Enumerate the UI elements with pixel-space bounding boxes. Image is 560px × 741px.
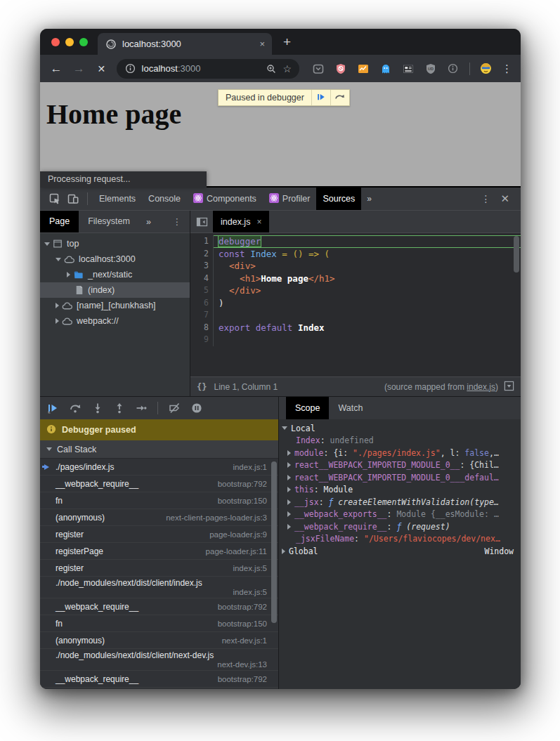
expander-right-icon[interactable] <box>287 462 291 468</box>
tree-item--name-chunkhash-[interactable]: [name]_[chunkhash] <box>40 298 190 313</box>
sidebar-menu-button[interactable]: ⋮ <box>173 216 190 227</box>
sidebar-tab-filesystem[interactable]: Filesystem <box>79 211 139 232</box>
line-number[interactable]: 5 <box>190 284 213 297</box>
code-line-8[interactable]: 8export default Index <box>190 322 521 334</box>
devtools-close-button[interactable]: ✕ <box>499 192 515 205</box>
stack-frame[interactable]: registerpage-loader.js:9 <box>40 526 278 543</box>
scope-variable[interactable]: __webpack_require__: ƒ (request) <box>279 520 521 533</box>
sidebar-tab-page[interactable]: Page <box>40 211 79 232</box>
code-line-2[interactable]: 2const Index = () => ( <box>190 248 521 261</box>
stack-frame[interactable]: ./pages/index.jsindex.js:1 <box>40 459 278 476</box>
back-button[interactable]: ← <box>48 62 64 76</box>
expander-right-icon[interactable] <box>287 524 291 530</box>
line-number[interactable]: 7 <box>190 309 213 322</box>
tab-close-icon[interactable]: × <box>259 39 265 49</box>
tab-watch[interactable]: Watch <box>329 397 372 419</box>
stop-button[interactable]: ✕ <box>93 63 109 74</box>
ud-shield-icon[interactable]: UD <box>424 63 436 74</box>
scope-section[interactable]: Local <box>279 422 521 435</box>
tree-item--next-static[interactable]: _next/static <box>40 267 190 282</box>
pocket-icon[interactable] <box>312 63 324 74</box>
tree-item-webpack-[interactable]: webpack:// <box>40 313 190 329</box>
pretty-print-icon[interactable]: {} <box>197 382 207 392</box>
code-line-4[interactable]: 4 <h1>Home page</h1> <box>190 273 521 285</box>
line-number[interactable]: 6 <box>190 297 213 310</box>
step-out-icon[interactable] <box>114 402 125 414</box>
overlay-resume-button[interactable] <box>311 90 330 105</box>
step-icon[interactable] <box>136 402 147 414</box>
info-circle-icon[interactable] <box>447 63 459 74</box>
expander-right-icon[interactable] <box>287 511 291 517</box>
tab-profiler[interactable]: Profiler <box>263 188 317 210</box>
scope-variable[interactable]: react__WEBPACK_IMPORTED_MODULE_0__: {Chi… <box>279 459 521 472</box>
resume-icon[interactable] <box>47 402 58 414</box>
callstack-header[interactable]: Call Stack <box>40 440 278 459</box>
chart-orange-icon[interactable] <box>357 63 369 74</box>
deactivate-breakpoints-icon[interactable] <box>169 402 181 414</box>
profile-avatar-icon[interactable] <box>480 63 492 74</box>
collapse-sidebar-icon[interactable] <box>190 216 213 228</box>
step-over-icon[interactable] <box>69 402 82 414</box>
code-line-1[interactable]: 1debugger <box>190 235 521 248</box>
line-number[interactable]: 2 <box>190 248 213 261</box>
forward-button[interactable]: → <box>71 62 86 76</box>
scope-variable[interactable]: _jsxFileName: "/Users/flaviocopes/dev/ne… <box>279 533 521 546</box>
zoom-icon[interactable] <box>266 63 278 74</box>
editor-scrollbar[interactable] <box>514 236 519 273</box>
code-line-5[interactable]: 5 </div> <box>190 284 521 297</box>
expander-right-icon[interactable] <box>67 272 70 277</box>
scope-variable[interactable]: this: Module <box>279 484 521 497</box>
stack-frame[interactable]: registerindex.js:5 <box>40 560 278 577</box>
tab-console[interactable]: Console <box>142 188 187 210</box>
scope-variable[interactable]: react__WEBPACK_IMPORTED_MODULE_0___defau… <box>279 471 521 484</box>
scope-section[interactable]: GlobalWindow <box>279 545 521 558</box>
browser-menu-button[interactable]: ⋮ <box>502 63 512 75</box>
expander-right-icon[interactable] <box>56 318 59 324</box>
bookmark-star-icon[interactable]: ☆ <box>283 63 292 74</box>
expander-right-icon[interactable] <box>287 475 291 480</box>
line-number[interactable]: 3 <box>190 260 213 273</box>
overlay-step-over-button[interactable] <box>330 90 349 105</box>
code-line-6[interactable]: 6) <box>190 297 521 310</box>
source-map-link[interactable]: index.js <box>467 382 495 392</box>
expander-right-icon[interactable] <box>287 450 291 456</box>
line-number[interactable]: 1 <box>190 235 213 248</box>
stack-frame[interactable]: (anonymous)next-client-pages-loader.js:3 <box>40 509 278 526</box>
scope-variable[interactable]: module: {i: "./pages/index.js", l: false… <box>279 447 521 459</box>
scope-variable[interactable]: __webpack_exports__: Module {__esModule:… <box>279 509 521 521</box>
stack-frame[interactable]: __webpack_require__bootstrap:792 <box>40 476 278 492</box>
stack-frame[interactable]: __webpack_require__bootstrap:792 <box>40 671 278 688</box>
close-window-button[interactable] <box>51 38 60 46</box>
tab-scope[interactable]: Scope <box>286 397 329 419</box>
stack-frame[interactable]: registerPagepage-loader.js:11 <box>40 543 278 560</box>
tab-elements[interactable]: Elements <box>93 188 142 210</box>
editor-tab-close-icon[interactable]: × <box>256 217 261 227</box>
tree-item-localhost-3000[interactable]: localhost:3000 <box>40 251 190 267</box>
stack-frame[interactable]: ./node_modules/next/dist/client/index.js… <box>40 577 278 598</box>
code-area[interactable]: 1debugger2const Index = () => (3 <div>4 … <box>190 233 521 376</box>
stack-frame[interactable]: ./node_modules/next/dist/client/next-dev… <box>40 649 278 671</box>
expander-down-icon[interactable] <box>44 242 50 246</box>
line-number[interactable]: 9 <box>190 334 213 346</box>
url-bar[interactable]: localhost:3000 ☆ <box>117 59 300 79</box>
code-line-7[interactable]: 7 <box>190 309 521 322</box>
newspaper-icon[interactable] <box>402 63 414 74</box>
code-line-9[interactable]: 9 <box>190 334 521 346</box>
stack-frame[interactable]: __webpack_require__bootstrap:792 <box>40 598 278 615</box>
line-number[interactable]: 8 <box>190 322 213 334</box>
tab-components[interactable]: Components <box>187 188 263 210</box>
device-toolbar-icon[interactable] <box>64 190 82 208</box>
expander-right-icon[interactable] <box>282 549 285 554</box>
stack-frame[interactable]: fnbootstrap:150 <box>40 615 278 632</box>
tree-item-top[interactable]: top <box>40 236 190 251</box>
devtools-menu-button[interactable]: ⋮ <box>476 193 495 204</box>
tab-sources[interactable]: Sources <box>316 188 361 210</box>
line-number[interactable]: 4 <box>190 273 213 285</box>
expander-down-icon[interactable] <box>56 258 61 261</box>
new-tab-button[interactable]: + <box>283 35 291 48</box>
browser-tab[interactable]: localhost:3000 × <box>98 33 272 55</box>
callstack-scrollbar[interactable] <box>271 461 277 623</box>
pause-on-exceptions-icon[interactable] <box>191 402 202 414</box>
stack-frame[interactable]: fnbootstrap:150 <box>40 492 278 509</box>
step-into-icon[interactable] <box>92 402 103 414</box>
